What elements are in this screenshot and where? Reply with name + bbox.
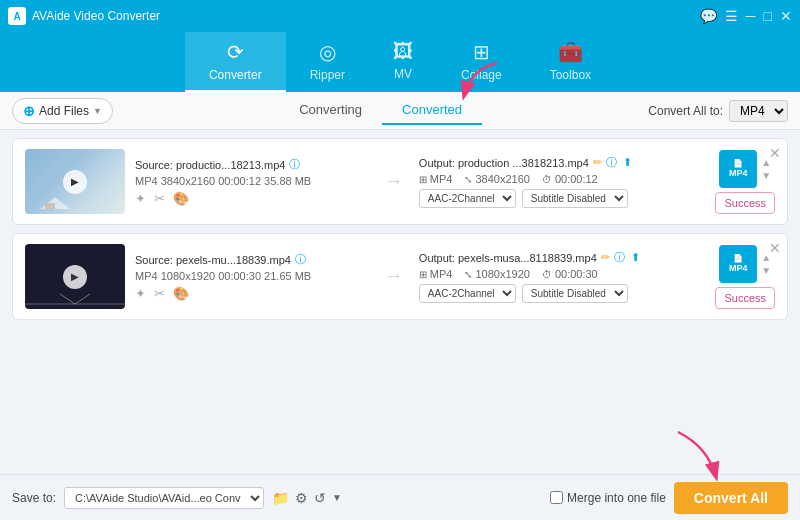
window-controls: 💬 ☰ ─ □ ✕ bbox=[700, 8, 792, 24]
thumbnail-2: ▶ bbox=[25, 244, 125, 309]
info-output-icon-1[interactable]: ⓘ bbox=[606, 155, 617, 170]
arrow-1: → bbox=[379, 171, 409, 192]
add-files-button[interactable]: ⊕ Add Files ▼ bbox=[12, 98, 113, 124]
output-source-1: Output: production ...3818213.mp4 ✏ ⓘ ⬆ bbox=[419, 155, 700, 170]
cut-btn-2[interactable]: ✂ bbox=[154, 286, 165, 301]
svg-line-4 bbox=[75, 294, 90, 304]
chevron-down-1[interactable]: ▼ bbox=[761, 170, 771, 181]
convert-all-to-select[interactable]: MP4 bbox=[729, 100, 788, 122]
add-files-dropdown-icon[interactable]: ▼ bbox=[93, 106, 102, 116]
titlebar: A AVAide Video Converter 💬 ☰ ─ □ ✕ bbox=[0, 0, 800, 32]
audio-select-1[interactable]: AAC-2Channel bbox=[419, 189, 516, 208]
tab-mv[interactable]: 🖼 MV bbox=[369, 32, 437, 92]
settings-row-1: AAC-2Channel Subtitle Disabled bbox=[419, 189, 700, 208]
tab-converter[interactable]: ⟳ Converter bbox=[185, 32, 286, 93]
settings-icon[interactable]: ⚙ bbox=[295, 490, 308, 506]
minimize-icon[interactable]: ─ bbox=[746, 8, 756, 24]
svg-rect-1 bbox=[45, 203, 55, 209]
tab-collage[interactable]: ⊞ Collage bbox=[437, 32, 526, 93]
source-label-2: Source: pexels-mu...18839.mp4 bbox=[135, 254, 291, 266]
download-icon-2[interactable]: ⬆ bbox=[631, 251, 640, 264]
thumb-art-1 bbox=[25, 189, 125, 214]
output-label-2: Output: pexels-musa...8118839.mp4 bbox=[419, 252, 597, 264]
palette-btn-1[interactable]: 🎨 bbox=[173, 191, 189, 206]
file-meta-2: MP4 1080x1920 00:00:30 21.65 MB bbox=[135, 270, 369, 282]
toolbox-icon: 🧰 bbox=[558, 40, 583, 64]
folder-icon[interactable]: 📁 bbox=[272, 490, 289, 506]
edit-icon-1[interactable]: ✏ bbox=[593, 156, 602, 169]
subtitle-select-1[interactable]: Subtitle Disabled bbox=[522, 189, 628, 208]
card-right-1: 📄 MP4 ▲ ▼ Success bbox=[709, 150, 775, 214]
resolution-meta-1: ⤡ 3840x2160 bbox=[464, 173, 529, 185]
save-to-label: Save to: bbox=[12, 491, 56, 505]
format-badge-1[interactable]: 📄 MP4 bbox=[719, 150, 757, 188]
file-actions-1: ✦ ✂ 🎨 bbox=[135, 191, 369, 206]
tab-converted[interactable]: Converted bbox=[382, 96, 482, 125]
clock-icon-2: ⏱ bbox=[542, 269, 552, 280]
download-icon-1[interactable]: ⬆ bbox=[623, 156, 632, 169]
palette-btn-2[interactable]: 🎨 bbox=[173, 286, 189, 301]
output-meta-row-1: ⊞ MP4 ⤡ 3840x2160 ⏱ 00:00:12 bbox=[419, 173, 700, 185]
output-icons-1: ⓘ ⬆ bbox=[606, 155, 632, 170]
success-badge-2: Success bbox=[715, 287, 775, 309]
card-right-top-2: 📄 MP4 ▲ ▼ bbox=[713, 245, 771, 283]
merge-checkbox[interactable] bbox=[550, 491, 563, 504]
resolution-icon-2: ⤡ bbox=[464, 269, 472, 280]
subtitle-select-2[interactable]: Subtitle Disabled bbox=[522, 284, 628, 303]
convert-all-button[interactable]: Convert All bbox=[674, 482, 788, 514]
file-info-left-1: Source: productio...18213.mp4 ⓘ MP4 3840… bbox=[135, 157, 369, 206]
close-card-2[interactable]: ✕ bbox=[769, 240, 781, 256]
menu-icon[interactable]: ☰ bbox=[725, 8, 738, 24]
file-output-2: Output: pexels-musa...8118839.mp4 ✏ ⓘ ⬆ … bbox=[419, 250, 700, 303]
close-card-1[interactable]: ✕ bbox=[769, 145, 781, 161]
tab-ripper-label: Ripper bbox=[310, 68, 345, 82]
file-card-2: ▶ Source: pexels-mu...18839.mp4 ⓘ MP4 10… bbox=[12, 233, 788, 320]
output-meta-row-2: ⊞ MP4 ⤡ 1080x1920 ⏱ 00:00:30 bbox=[419, 268, 700, 280]
file-source-1: Source: productio...18213.mp4 ⓘ bbox=[135, 157, 369, 172]
resolution-icon-1: ⤡ bbox=[464, 174, 472, 185]
info-icon-1[interactable]: ⓘ bbox=[289, 157, 300, 172]
sub-tabs: Converting Converted bbox=[113, 96, 648, 125]
chat-icon[interactable]: 💬 bbox=[700, 8, 717, 24]
sparkle-btn-2[interactable]: ✦ bbox=[135, 286, 146, 301]
merge-label: Merge into one file bbox=[567, 491, 666, 505]
main-content: ▶ Source: productio...18213.mp4 ⓘ MP4 38… bbox=[0, 130, 800, 474]
maximize-icon[interactable]: □ bbox=[764, 8, 772, 24]
nav-tabs: ⟳ Converter ◎ Ripper 🖼 MV ⊞ Collage 🧰 To… bbox=[0, 32, 800, 92]
plus-icon: ⊕ bbox=[23, 103, 35, 119]
format-badge-2[interactable]: 📄 MP4 bbox=[719, 245, 757, 283]
save-path-select[interactable]: C:\AVAide Studio\AVAid...eo Converter\Co… bbox=[64, 487, 264, 509]
source-label-1: Source: productio...18213.mp4 bbox=[135, 159, 285, 171]
format-icon-2: ⊞ bbox=[419, 269, 427, 280]
audio-select-2[interactable]: AAC-2Channel bbox=[419, 284, 516, 303]
tab-converting[interactable]: Converting bbox=[279, 96, 382, 125]
tab-mv-label: MV bbox=[394, 67, 412, 81]
refresh-icon[interactable]: ↺ bbox=[314, 490, 326, 506]
file-card-1: ▶ Source: productio...18213.mp4 ⓘ MP4 38… bbox=[12, 138, 788, 225]
svg-line-3 bbox=[60, 294, 75, 304]
chevron-down-2[interactable]: ▼ bbox=[761, 265, 771, 276]
file-source-2: Source: pexels-mu...18839.mp4 ⓘ bbox=[135, 252, 369, 267]
duration-meta-1: ⏱ 00:00:12 bbox=[542, 173, 598, 185]
app-title: AVAide Video Converter bbox=[32, 9, 700, 23]
tab-ripper[interactable]: ◎ Ripper bbox=[286, 32, 369, 93]
info-icon-2[interactable]: ⓘ bbox=[295, 252, 306, 267]
dropdown-icon[interactable]: ▼ bbox=[332, 492, 342, 503]
app-logo: A bbox=[8, 7, 26, 25]
toolbar: ⊕ Add Files ▼ Converting Converted Conve… bbox=[0, 92, 800, 130]
format-meta-1: ⊞ MP4 bbox=[419, 173, 453, 185]
file-info-left-2: Source: pexels-mu...18839.mp4 ⓘ MP4 1080… bbox=[135, 252, 369, 301]
sparkle-btn-1[interactable]: ✦ bbox=[135, 191, 146, 206]
format-meta-2: ⊞ MP4 bbox=[419, 268, 453, 280]
close-icon[interactable]: ✕ bbox=[780, 8, 792, 24]
tab-collage-label: Collage bbox=[461, 68, 502, 82]
edit-icon-2[interactable]: ✏ bbox=[601, 251, 610, 264]
merge-container: Merge into one file bbox=[550, 491, 666, 505]
resolution-meta-2: ⤡ 1080x1920 bbox=[464, 268, 529, 280]
play-button-2[interactable]: ▶ bbox=[63, 265, 87, 289]
tab-toolbox[interactable]: 🧰 Toolbox bbox=[526, 32, 615, 93]
arrow-2: → bbox=[379, 266, 409, 287]
info-output-icon-2[interactable]: ⓘ bbox=[614, 250, 625, 265]
output-label-1: Output: production ...3818213.mp4 bbox=[419, 157, 589, 169]
cut-btn-1[interactable]: ✂ bbox=[154, 191, 165, 206]
